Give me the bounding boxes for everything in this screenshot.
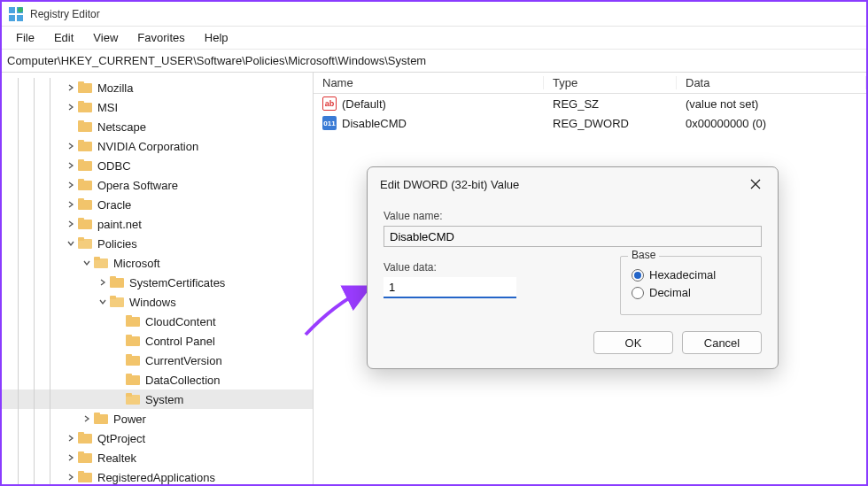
chevron-right-icon[interactable] <box>66 474 76 481</box>
tree-node[interactable]: CurrentVersion <box>2 351 313 370</box>
chevron-right-icon[interactable] <box>66 435 76 442</box>
tree-node-label: Policies <box>97 237 137 251</box>
tree-node[interactable]: CloudContent <box>2 312 313 331</box>
address-bar[interactable]: Computer\HKEY_CURRENT_USER\Software\Poli… <box>2 50 866 73</box>
folder-icon <box>78 432 92 444</box>
value-data: (value not set) <box>677 97 866 111</box>
chevron-right-icon[interactable] <box>66 84 76 91</box>
menu-file[interactable]: File <box>7 28 43 47</box>
value-row[interactable]: 011DisableCMDREG_DWORD0x00000000 (0) <box>314 113 866 133</box>
value-row[interactable]: ab(Default)REG_SZ(value not set) <box>314 94 866 113</box>
tree-node[interactable]: Netscape <box>2 117 313 136</box>
tree-node-label: QtProject <box>97 432 145 445</box>
value-type: REG_DWORD <box>544 117 677 130</box>
tree-node-label: MSI <box>97 101 118 114</box>
edit-dword-dialog: Edit DWORD (32-bit) Value Value name: Va… <box>367 166 779 369</box>
chevron-right-icon[interactable] <box>66 181 76 189</box>
close-icon[interactable] <box>746 174 765 194</box>
tree-node[interactable]: DataCollection <box>2 370 313 390</box>
cancel-button[interactable]: Cancel <box>682 331 762 354</box>
ok-button[interactable]: OK <box>593 331 673 354</box>
value-data-label: Value data: <box>384 261 604 274</box>
folder-icon <box>110 276 124 289</box>
tree-node[interactable]: System <box>2 390 313 409</box>
tree-node[interactable]: ODBC <box>2 156 313 175</box>
folder-icon <box>94 413 108 425</box>
tree-node-label: Realtek <box>97 451 136 465</box>
tree-node-label: NVIDIA Corporation <box>97 140 198 153</box>
window-title: Registry Editor <box>30 8 100 20</box>
folder-icon <box>78 198 92 211</box>
chevron-right-icon[interactable] <box>66 220 76 228</box>
tree-node[interactable]: Policies <box>2 234 313 253</box>
folder-icon <box>78 81 92 94</box>
menu-edit[interactable]: Edit <box>45 28 82 47</box>
tree-node[interactable]: NVIDIA Corporation <box>2 136 313 156</box>
value-name-field <box>384 226 762 247</box>
string-value-icon: ab <box>322 96 337 111</box>
menu-help[interactable]: Help <box>196 28 237 47</box>
chevron-right-icon[interactable] <box>66 454 76 461</box>
tree-node-label: Power <box>113 413 146 426</box>
chevron-right-icon[interactable] <box>66 104 76 111</box>
chevron-right-icon[interactable] <box>66 162 76 169</box>
folder-icon <box>78 237 92 250</box>
tree-node[interactable]: Microsoft <box>2 253 313 273</box>
svg-point-4 <box>18 7 23 12</box>
folder-icon <box>126 354 140 366</box>
value-name: (Default) <box>342 97 386 111</box>
tree-node[interactable]: paint.net <box>2 214 313 234</box>
chevron-right-icon[interactable] <box>97 279 108 286</box>
tree-node[interactable]: RegisteredApplications <box>2 467 313 484</box>
chevron-right-icon[interactable] <box>66 143 76 150</box>
radio-decimal[interactable]: Decimal <box>632 286 750 299</box>
menu-favorites[interactable]: Favorites <box>128 28 193 47</box>
col-header-type[interactable]: Type <box>544 76 677 89</box>
tree-node-label: ODBC <box>97 159 131 173</box>
chevron-right-icon[interactable] <box>81 415 92 422</box>
folder-icon <box>126 374 140 386</box>
folder-icon <box>78 179 92 191</box>
folder-icon <box>78 101 92 113</box>
menu-view[interactable]: View <box>84 28 127 47</box>
tree-node[interactable]: Realtek <box>2 448 313 467</box>
svg-rect-3 <box>17 15 23 21</box>
tree-node-label: Mozilla <box>97 81 133 95</box>
tree-pane[interactable]: MozillaMSINetscapeNVIDIA CorporationODBC… <box>2 73 314 484</box>
radio-hexadecimal[interactable]: Hexadecimal <box>632 268 750 282</box>
col-header-name[interactable]: Name <box>314 76 544 89</box>
value-data-field[interactable] <box>384 277 516 298</box>
tree-node[interactable]: Mozilla <box>2 78 313 97</box>
value-data: 0x00000000 (0) <box>677 117 866 130</box>
tree-node-label: Opera Software <box>97 179 178 192</box>
value-name: DisableCMD <box>342 117 407 130</box>
chevron-down-icon[interactable] <box>81 259 92 266</box>
col-header-data[interactable]: Data <box>677 76 866 89</box>
tree-node[interactable]: Windows <box>2 292 313 312</box>
tree-node[interactable]: Control Panel <box>2 331 313 351</box>
tree-node-label: CurrentVersion <box>145 354 222 367</box>
tree-node-label: paint.net <box>97 218 142 231</box>
folder-icon <box>78 159 92 172</box>
radio-label: Decimal <box>649 286 691 299</box>
menubar: File Edit View Favorites Help <box>2 27 866 50</box>
tree-node[interactable]: MSI <box>2 97 313 117</box>
svg-rect-0 <box>9 7 15 13</box>
folder-icon <box>94 257 108 269</box>
tree-node-label: DataCollection <box>145 374 221 387</box>
tree-node-label: RegisteredApplications <box>97 471 215 484</box>
folder-icon <box>78 471 92 483</box>
value-name-label: Value name: <box>384 210 762 222</box>
folder-icon <box>110 296 124 308</box>
tree-node[interactable]: Power <box>2 409 313 428</box>
tree-node[interactable]: Opera Software <box>2 175 313 195</box>
folder-icon <box>126 393 140 405</box>
dialog-titlebar: Edit DWORD (32-bit) Value <box>368 167 778 201</box>
chevron-down-icon[interactable] <box>66 240 76 247</box>
chevron-down-icon[interactable] <box>97 298 108 305</box>
tree-node[interactable]: Oracle <box>2 195 313 214</box>
tree-node[interactable]: SystemCertificates <box>2 273 313 292</box>
chevron-right-icon[interactable] <box>66 201 76 208</box>
tree-node[interactable]: QtProject <box>2 428 313 448</box>
tree-node-label: Control Panel <box>145 335 215 348</box>
